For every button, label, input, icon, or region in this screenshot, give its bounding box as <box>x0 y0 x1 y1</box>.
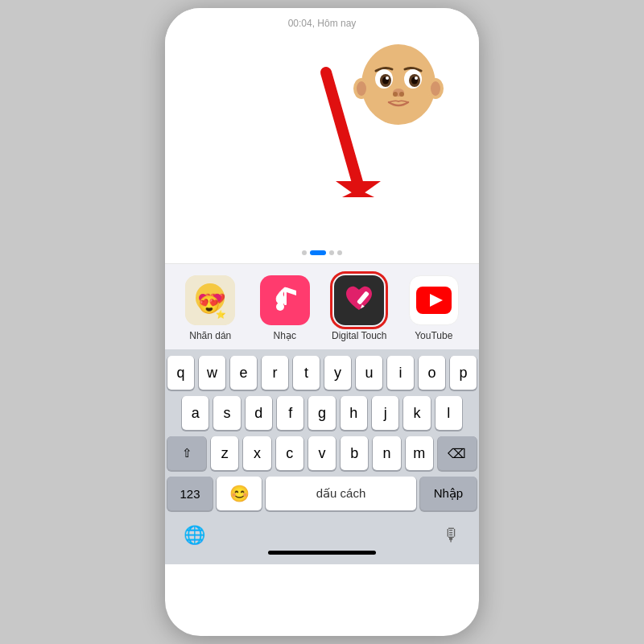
key-submit[interactable]: Nhập <box>420 477 477 510</box>
digital-touch-label: Digital Touch <box>332 330 386 341</box>
scroll-dot <box>337 250 342 255</box>
kb-bottom-row: 🌐 🎙 <box>167 517 477 551</box>
digital-touch-icon[interactable] <box>334 275 384 325</box>
key-delete[interactable]: ⌫ <box>438 436 477 470</box>
key-r[interactable]: r <box>262 356 288 390</box>
globe-icon[interactable]: 🌐 <box>184 525 205 546</box>
key-h[interactable]: h <box>341 396 367 430</box>
scroll-indicator <box>165 242 479 264</box>
svg-marker-30 <box>287 287 296 295</box>
key-o[interactable]: o <box>419 356 445 390</box>
key-emoji[interactable]: 😊 <box>217 477 262 510</box>
app-tray: ❤️ ❤️ 😍 ⭐ Nhãn dán <box>165 264 479 349</box>
key-d[interactable]: d <box>246 396 272 430</box>
key-b[interactable]: b <box>341 436 368 470</box>
key-k[interactable]: k <box>403 396 430 430</box>
key-n[interactable]: n <box>373 436 400 470</box>
scroll-dot <box>329 250 334 255</box>
key-c[interactable]: c <box>276 436 303 470</box>
key-e[interactable]: e <box>230 356 257 390</box>
mic-icon[interactable]: 🎙 <box>443 525 460 546</box>
key-s[interactable]: s <box>213 396 240 430</box>
svg-rect-29 <box>284 287 287 305</box>
app-item-nhac[interactable]: Nhạc <box>253 275 317 341</box>
svg-marker-18 <box>342 189 374 197</box>
memoji <box>350 32 447 129</box>
key-i[interactable]: i <box>387 356 414 390</box>
svg-point-15 <box>393 92 398 97</box>
key-v[interactable]: v <box>308 436 336 470</box>
kb-row-1: q w e r t y u i o p <box>167 356 477 390</box>
svg-text:⭐: ⭐ <box>216 309 226 320</box>
svg-point-28 <box>276 303 284 311</box>
youtube-icon[interactable] <box>409 275 459 325</box>
svg-point-4 <box>357 81 366 96</box>
key-q[interactable]: q <box>167 356 194 390</box>
key-u[interactable]: u <box>356 356 382 390</box>
kb-row-bottom: 123 😊 dấu cách Nhập <box>167 477 477 510</box>
key-p[interactable]: p <box>450 356 477 390</box>
home-indicator <box>268 551 376 555</box>
nhan-dan-icon[interactable]: ❤️ ❤️ 😍 ⭐ <box>185 275 235 325</box>
key-g[interactable]: g <box>308 396 335 430</box>
key-l[interactable]: l <box>436 396 462 430</box>
phone-frame: 00:04, Hôm nay <box>165 8 479 636</box>
key-z[interactable]: z <box>211 436 238 470</box>
music-icon[interactable] <box>260 275 310 325</box>
delete-icon: ⌫ <box>448 446 466 461</box>
timestamp: 00:04, Hôm nay <box>288 8 357 29</box>
svg-point-13 <box>415 76 418 80</box>
kb-row-3: ⇧ z x c v b n m ⌫ <box>167 436 477 470</box>
key-w[interactable]: w <box>199 356 225 390</box>
app-item-nhan-dan[interactable]: ❤️ ❤️ 😍 ⭐ Nhãn dán <box>178 275 242 341</box>
keyboard: q w e r t y u i o p a s d f g h j k l ⇧ … <box>165 349 479 564</box>
scroll-dot <box>302 250 307 255</box>
app-item-digital-touch[interactable]: Digital Touch <box>327 275 391 341</box>
svg-point-1 <box>361 44 436 125</box>
key-t[interactable]: t <box>293 356 320 390</box>
svg-point-5 <box>431 81 440 96</box>
svg-point-12 <box>386 76 389 80</box>
youtube-label: YouTube <box>415 330 452 341</box>
key-space[interactable]: dấu cách <box>266 477 416 510</box>
svg-marker-19 <box>336 181 381 197</box>
key-j[interactable]: j <box>372 396 398 430</box>
key-123[interactable]: 123 <box>167 477 213 510</box>
scroll-dot-active <box>310 250 326 255</box>
key-f[interactable]: f <box>277 396 303 430</box>
key-a[interactable]: a <box>182 396 208 430</box>
key-y[interactable]: y <box>324 356 351 390</box>
key-shift[interactable]: ⇧ <box>167 436 206 470</box>
key-m[interactable]: m <box>406 436 433 470</box>
nhac-label: Nhạc <box>274 330 296 341</box>
app-item-youtube[interactable]: YouTube <box>402 275 466 341</box>
key-x[interactable]: x <box>243 436 270 470</box>
svg-point-16 <box>399 92 404 97</box>
kb-row-2: a s d f g h j k l <box>167 396 477 430</box>
nhan-dan-label: Nhãn dán <box>189 330 231 341</box>
messages-area: 00:04, Hôm nay <box>165 8 479 242</box>
